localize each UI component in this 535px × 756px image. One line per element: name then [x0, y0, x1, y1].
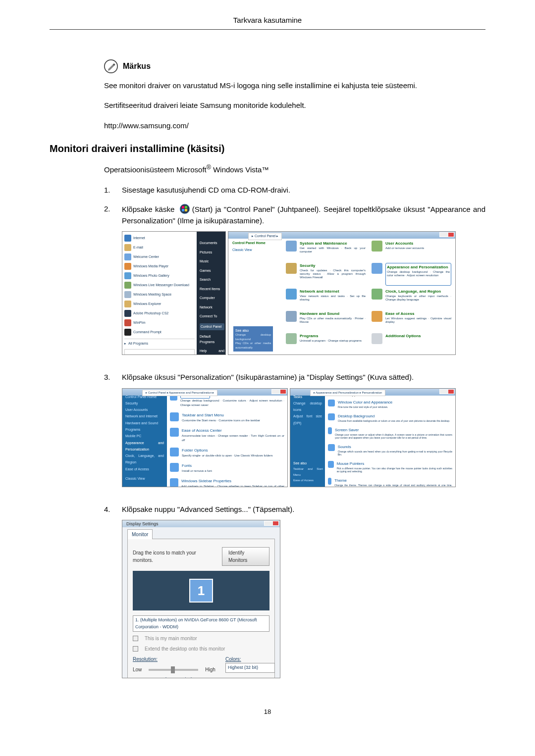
- page-running-header: Tarkvara kasutamine: [50, 0, 485, 30]
- monitor-icon: 1: [189, 579, 213, 603]
- step-body: Sisestage kasutusjuhendi CD oma CD-ROM-d…: [122, 185, 485, 196]
- start-menu-item: Windows Media Player: [124, 263, 195, 270]
- start-menu-item: Adobe Photoshop CS2: [124, 310, 195, 317]
- monitor-panel: Drag the icons to match your monitors. I…: [127, 539, 275, 678]
- start-menu-item: Command Prompt: [124, 329, 195, 336]
- window-caption-buttons: [271, 389, 286, 394]
- colors-combo: Highest (32 bit): [225, 663, 275, 673]
- step-body: Klõpsake üksusi "Personalization" (Isiku…: [122, 372, 485, 496]
- screenshot-start-menu: Internet E-mail Welcome Center Windows M…: [122, 231, 226, 355]
- start-menu-item: Welcome Center: [124, 253, 195, 260]
- step-text: Sisestage kasutusjuhendi CD oma CD-ROM-d…: [122, 186, 290, 194]
- registered-mark: ®: [207, 164, 211, 171]
- control-panel-category: System and MaintenanceGet started with W…: [286, 241, 366, 260]
- os-line: Operatsioonisüsteem Microsoft® Windows V…: [104, 163, 485, 176]
- breadcrumb: ▸ Control Panel ▸: [248, 233, 282, 240]
- window-caption-buttons: [439, 232, 454, 237]
- control-panel-category: Appearance and PersonalizationChange des…: [372, 263, 451, 286]
- drag-instruction: Drag the icons to match your monitors.: [133, 549, 214, 564]
- svg-rect-3: [185, 206, 187, 208]
- monitor-arrangement-area: 1: [133, 571, 269, 610]
- svg-rect-5: [185, 209, 187, 211]
- personalization-row: ThemeChange the theme. Themes can change…: [328, 478, 452, 487]
- chk-main-monitor: This is my main monitor: [133, 635, 269, 642]
- screenshot-group-2: ▸ Control Panel ▸ Appearance and Persona…: [122, 388, 485, 487]
- step-number: 4.: [104, 504, 111, 688]
- section-heading: Monitori draiveri installimine (käsitsi): [50, 141, 485, 156]
- page-number: 18: [50, 707, 485, 717]
- screenshot-personalization: ▸ Appearance and Personalization ▸ Perso…: [290, 388, 456, 487]
- screenshot-appearance: ▸ Control Panel ▸ Appearance and Persona…: [122, 388, 288, 487]
- os-suffix: Windows Vista™: [211, 165, 269, 174]
- note-paragraph-1: See monitori draiver on varustatud MS-i …: [104, 80, 485, 92]
- start-menu-item: E-mail: [124, 244, 195, 251]
- control-panel-category: User AccountsAdd or remove user accounts: [372, 241, 451, 260]
- display-selector-combo: 1. (Multiple Monitors) on NVIDIA GeForce…: [133, 615, 269, 632]
- tasks-side-pane: Tasks Change desktop icons Adjust font s…: [290, 389, 325, 487]
- start-menu-left-pane: Internet E-mail Welcome Center Windows M…: [122, 232, 197, 354]
- screenshot-display-settings: Display Settings Monitor Drag the icons …: [122, 520, 280, 678]
- identify-monitors-button: Identify Monitors: [222, 547, 269, 566]
- start-menu-item: Windows Explorer: [124, 301, 195, 307]
- resolution-slider: [149, 669, 198, 671]
- os-prefix: Operatsioonisüsteem Microsoft: [104, 165, 207, 174]
- step-text: Klõpsake nuppu "Advanced Settings..." (T…: [122, 505, 294, 513]
- window-caption-buttons: [264, 521, 279, 526]
- appearance-row: Folder OptionsSpecify single- or double-…: [170, 448, 284, 458]
- screenshot-group-1: Internet E-mail Welcome Center Windows M…: [122, 231, 485, 355]
- step-number: 1.: [104, 185, 111, 196]
- control-panel-grid: System and MaintenanceGet started with W…: [286, 241, 451, 351]
- steps-list: 1. Sisestage kasutusjuhendi CD oma CD-RO…: [104, 185, 485, 688]
- start-search-input: [124, 349, 195, 355]
- appearance-row: FontsInstall or remove a font: [170, 463, 284, 473]
- svg-rect-2: [182, 206, 184, 208]
- control-panel-category: SecurityCheck for updates · Check this c…: [286, 263, 366, 286]
- step-body: Klõpsake nuppu "Advanced Settings..." (T…: [122, 504, 485, 688]
- appearance-row: Windows Sidebar PropertiesAdd gadgets to…: [170, 478, 284, 487]
- control-panel-category: ProgramsUninstall a program · Change sta…: [286, 333, 366, 351]
- control-panel-category: Additional Options: [372, 333, 451, 351]
- appearance-row: Ease of Access CenterAccommodate low vis…: [170, 428, 284, 443]
- control-panel-category: Ease of AccessLet Windows suggest settin…: [372, 311, 451, 330]
- start-menu-item: Windows Live Messenger Download: [124, 282, 195, 289]
- chk-extend-desktop: Extend the desktop onto this monitor: [133, 645, 269, 653]
- note-heading-row: Märkus: [104, 59, 485, 73]
- step-text-prefix: Klõpsake käske: [122, 205, 177, 213]
- window-title: Display Settings: [126, 521, 159, 528]
- start-menu-item: WinPIm: [124, 319, 195, 326]
- appearance-main: PersonalizationChange desktop background…: [167, 389, 287, 487]
- personalization-row: Window Color and AppearanceFine tune the…: [328, 400, 452, 408]
- step-number: 2.: [104, 203, 111, 364]
- step-3: 3. Klõpsake üksusi "Personalization" (Is…: [104, 372, 485, 496]
- resolution-value: 1280 by 1024 pixels: [133, 676, 215, 678]
- resolution-label: Resolution:: [133, 655, 215, 663]
- start-menu-item: Windows Meeting Space: [124, 291, 195, 298]
- control-panel-category: Network and InternetView network status …: [286, 289, 366, 308]
- step-1: 1. Sisestage kasutusjuhendi CD oma CD-RO…: [104, 185, 485, 196]
- personalization-row: SoundsChange which sounds are heard when…: [328, 444, 452, 456]
- control-panel-left: Control Panel Home Classic View See also…: [232, 241, 282, 351]
- start-menu-right-pane: Documents Pictures Music Games Search Re…: [197, 232, 226, 354]
- svg-rect-4: [182, 209, 184, 211]
- svg-point-1: [180, 204, 190, 214]
- step-2: 2. Klõpsake käske (Start) ja "Control Pa…: [104, 203, 485, 364]
- note-paragraph-2: Sertifitseeritud draiveri leiate Samsung…: [104, 100, 485, 111]
- back-side-pane: Control Panel Home Security User Account…: [122, 389, 167, 487]
- note-label: Märkus: [123, 60, 151, 72]
- screenshot-group-3: Display Settings Monitor Drag the icons …: [122, 520, 485, 678]
- appearance-row: Taskbar and Start MenuCustomize the Star…: [170, 412, 284, 423]
- window-caption-buttons: [439, 389, 454, 394]
- control-panel-category: Clock, Language, and RegionChange keyboa…: [372, 289, 451, 308]
- personalization-main: Personalize appearance and sounds Window…: [325, 389, 455, 487]
- personalization-row: Screen SaverChange your screen saver or …: [328, 427, 452, 439]
- step-text: Klõpsake üksusi "Personalization" (Isiku…: [122, 373, 414, 381]
- control-panel-category: Hardware and SoundPlay CDs or other medi…: [286, 311, 366, 330]
- personalization-row: Mouse PointersPick a different mouse poi…: [328, 461, 452, 473]
- note-pencil-icon: [104, 59, 118, 73]
- start-menu-item: Internet: [124, 235, 195, 242]
- start-menu-item: Windows Photo Gallery: [124, 272, 195, 279]
- start-all-programs: ▸ All Programs: [124, 341, 195, 347]
- step-number: 3.: [104, 372, 111, 496]
- colors-label: Colors:: [225, 655, 275, 663]
- screenshot-control-panel: ▸ Control Panel ▸ Control Panel Home Cla…: [228, 231, 456, 355]
